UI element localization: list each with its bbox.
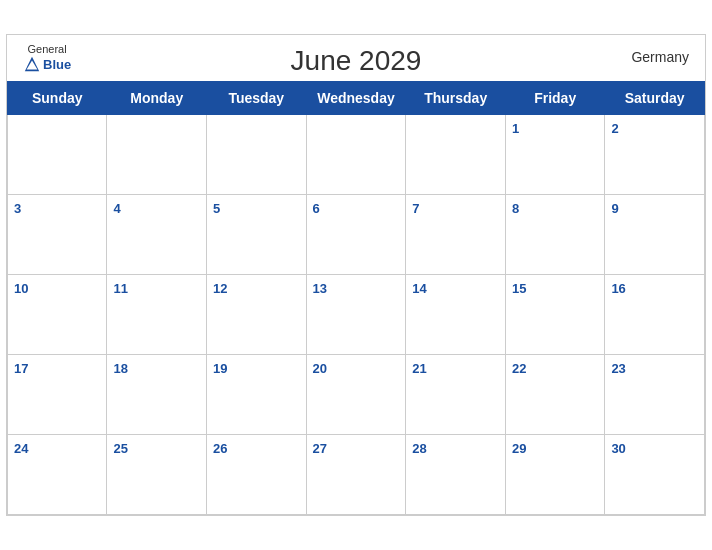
day-number: 11 <box>113 281 127 296</box>
weekday-header-monday: Monday <box>107 82 207 115</box>
calendar-cell: 9 <box>605 195 705 275</box>
day-number: 25 <box>113 441 127 456</box>
calendar-cell <box>306 115 406 195</box>
logo-general-text: General <box>28 43 67 55</box>
calendar-cell: 26 <box>206 435 306 515</box>
calendar-grid: SundayMondayTuesdayWednesdayThursdayFrid… <box>7 81 705 515</box>
day-number: 13 <box>313 281 327 296</box>
weekday-header-sunday: Sunday <box>8 82 107 115</box>
weekday-header-saturday: Saturday <box>605 82 705 115</box>
day-number: 7 <box>412 201 419 216</box>
calendar-cell: 27 <box>306 435 406 515</box>
calendar-cell: 16 <box>605 275 705 355</box>
calendar-cell: 15 <box>506 275 605 355</box>
week-row-4: 24252627282930 <box>8 435 705 515</box>
calendar-cell: 12 <box>206 275 306 355</box>
calendar-cell: 7 <box>406 195 506 275</box>
weekday-header-wednesday: Wednesday <box>306 82 406 115</box>
calendar-cell: 4 <box>107 195 207 275</box>
day-number: 23 <box>611 361 625 376</box>
calendar-cell: 3 <box>8 195 107 275</box>
calendar-cell: 22 <box>506 355 605 435</box>
day-number: 28 <box>412 441 426 456</box>
weekday-header-tuesday: Tuesday <box>206 82 306 115</box>
calendar-cell <box>107 115 207 195</box>
calendar-cell: 21 <box>406 355 506 435</box>
day-number: 19 <box>213 361 227 376</box>
day-number: 26 <box>213 441 227 456</box>
calendar-cell: 30 <box>605 435 705 515</box>
day-number: 24 <box>14 441 28 456</box>
calendar-cell: 20 <box>306 355 406 435</box>
day-number: 22 <box>512 361 526 376</box>
day-number: 6 <box>313 201 320 216</box>
calendar-cell: 10 <box>8 275 107 355</box>
day-number: 20 <box>313 361 327 376</box>
calendar-title: June 2029 <box>23 45 689 77</box>
weekday-header-thursday: Thursday <box>406 82 506 115</box>
calendar-cell <box>406 115 506 195</box>
calendar-container: General Blue June 2029 Germany SundayMon… <box>6 34 706 516</box>
week-row-3: 17181920212223 <box>8 355 705 435</box>
day-number: 17 <box>14 361 28 376</box>
day-number: 5 <box>213 201 220 216</box>
week-row-2: 10111213141516 <box>8 275 705 355</box>
calendar-cell: 23 <box>605 355 705 435</box>
day-number: 16 <box>611 281 625 296</box>
calendar-cell: 5 <box>206 195 306 275</box>
day-number: 4 <box>113 201 120 216</box>
calendar-cell: 2 <box>605 115 705 195</box>
logo-icon <box>23 55 41 73</box>
day-number: 2 <box>611 121 618 136</box>
calendar-cell: 8 <box>506 195 605 275</box>
calendar-cell: 14 <box>406 275 506 355</box>
country-label: Germany <box>631 49 689 65</box>
calendar-cell: 11 <box>107 275 207 355</box>
calendar-cell: 29 <box>506 435 605 515</box>
day-number: 14 <box>412 281 426 296</box>
day-number: 9 <box>611 201 618 216</box>
week-row-1: 3456789 <box>8 195 705 275</box>
weekday-header-friday: Friday <box>506 82 605 115</box>
day-number: 1 <box>512 121 519 136</box>
calendar-cell <box>8 115 107 195</box>
logo-blue-label: Blue <box>43 57 71 72</box>
logo-blue-text: Blue <box>23 55 71 73</box>
calendar-cell: 17 <box>8 355 107 435</box>
calendar-cell: 25 <box>107 435 207 515</box>
calendar-cell: 18 <box>107 355 207 435</box>
day-number: 3 <box>14 201 21 216</box>
day-number: 29 <box>512 441 526 456</box>
day-number: 8 <box>512 201 519 216</box>
calendar-cell: 19 <box>206 355 306 435</box>
calendar-header: General Blue June 2029 Germany <box>7 35 705 81</box>
day-number: 15 <box>512 281 526 296</box>
day-number: 10 <box>14 281 28 296</box>
week-row-0: 12 <box>8 115 705 195</box>
day-number: 30 <box>611 441 625 456</box>
day-number: 12 <box>213 281 227 296</box>
calendar-cell: 1 <box>506 115 605 195</box>
calendar-cell: 6 <box>306 195 406 275</box>
logo-area: General Blue <box>23 43 71 73</box>
weekday-header-row: SundayMondayTuesdayWednesdayThursdayFrid… <box>8 82 705 115</box>
calendar-cell <box>206 115 306 195</box>
day-number: 27 <box>313 441 327 456</box>
calendar-cell: 24 <box>8 435 107 515</box>
day-number: 18 <box>113 361 127 376</box>
calendar-cell: 13 <box>306 275 406 355</box>
day-number: 21 <box>412 361 426 376</box>
calendar-cell: 28 <box>406 435 506 515</box>
